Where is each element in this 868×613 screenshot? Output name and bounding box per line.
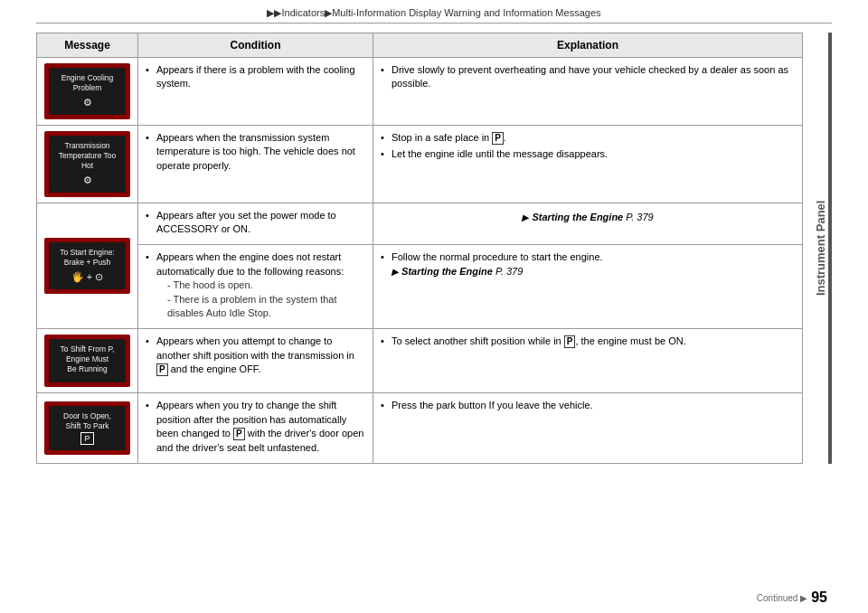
table-row: Appears when the engine does not restart… — [37, 245, 803, 329]
condition-cell-start-bottom: Appears when the engine does not restart… — [138, 245, 373, 329]
main-content: Message Condition Explanation Engine Coo… — [36, 24, 832, 464]
message-cell-start-engine: To Start Engine:Brake + Push 🖐 + ⊙ — [37, 203, 138, 329]
table-area: Message Condition Explanation Engine Coo… — [36, 33, 803, 464]
condition-cell-door: Appears when you try to change the shift… — [138, 393, 373, 464]
message-cell-transmission: TransmissionTemperature Too Hot ⚙ — [37, 125, 138, 203]
explanation-cell-start-bottom: Follow the normal procedure to start the… — [373, 245, 803, 329]
col-explanation: Explanation — [373, 33, 803, 58]
condition-cell-engine-cooling: Appears if there is a problem with the c… — [138, 58, 373, 126]
explanation-cell-engine-cooling: Drive slowly to prevent overheating and … — [373, 58, 803, 126]
table-row: To Start Engine:Brake + Push 🖐 + ⊙ Appea… — [37, 203, 803, 245]
warning-messages-table: Message Condition Explanation Engine Coo… — [36, 33, 803, 464]
message-cell-engine-cooling: Engine CoolingProblem ⚙ — [37, 58, 138, 126]
message-cell-shift: To Shift From P,Engine MustBe Running — [37, 329, 138, 393]
explanation-cell-shift: To select another shift position while i… — [373, 329, 803, 393]
start-engine-display: To Start Engine:Brake + Push 🖐 + ⊙ — [44, 238, 130, 294]
col-condition: Condition — [138, 33, 373, 58]
message-cell-door: Door Is Open,Shift To Park P — [37, 393, 138, 464]
explanation-cell-start-top: ▶ Starting the Engine P. 379 — [373, 203, 803, 245]
table-row: Engine CoolingProblem ⚙ Appears if there… — [37, 58, 803, 126]
table-row: TransmissionTemperature Too Hot ⚙ Appear… — [37, 125, 803, 203]
engine-cooling-display: Engine CoolingProblem ⚙ — [44, 63, 130, 119]
page-footer: Continued ▶ 95 — [757, 589, 827, 606]
breadcrumb: ▶▶Indicators▶Multi-Information Display W… — [36, 0, 832, 24]
page-number: 95 — [811, 589, 827, 606]
door-display: Door Is Open,Shift To Park P — [44, 401, 130, 455]
shift-display: To Shift From P,Engine MustBe Running — [44, 335, 130, 387]
continued-label: Continued ▶ — [757, 593, 807, 603]
col-message: Message — [37, 33, 138, 58]
instrument-panel-label: Instrument Panel — [812, 33, 832, 464]
table-row: To Shift From P,Engine MustBe Running Ap… — [37, 329, 803, 393]
transmission-display: TransmissionTemperature Too Hot ⚙ — [44, 131, 130, 197]
condition-cell-transmission: Appears when the transmission system tem… — [138, 125, 373, 203]
table-row: Door Is Open,Shift To Park P Appears whe… — [37, 393, 803, 464]
explanation-cell-transmission: Stop in a safe place in P. Let the engin… — [373, 125, 803, 203]
condition-cell-shift: Appears when you attempt to change to an… — [138, 329, 373, 393]
explanation-cell-door: Press the park button If you leave the v… — [373, 393, 803, 464]
condition-cell-start-top: Appears after you set the power mode to … — [138, 203, 373, 245]
